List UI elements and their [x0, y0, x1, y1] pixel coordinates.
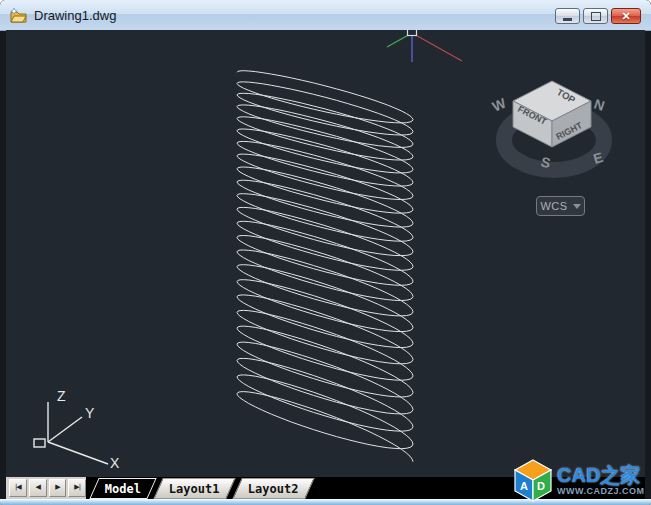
model-canvas[interactable]: N TOP FRONT RIGHT W S E Z Y X: [6, 30, 645, 477]
compass-west-label[interactable]: W: [490, 94, 509, 114]
dwg-file-icon[interactable]: [9, 7, 28, 24]
watermark-cube-letter-d: D: [537, 480, 545, 492]
tab-layout1[interactable]: Layout1: [153, 478, 235, 499]
tripod-x-axis: [412, 33, 462, 61]
tab-model-label: Model: [105, 482, 141, 496]
maximize-button[interactable]: [583, 8, 608, 24]
ucs-origin-box: [34, 439, 45, 447]
maximize-icon: [591, 12, 601, 21]
ucs-x-axis: [48, 442, 108, 464]
close-button[interactable]: ✕: [611, 8, 641, 24]
app-window: Drawing1.dwg ✕ N TOP FRONT: [0, 0, 651, 505]
compass-north-label[interactable]: N: [592, 96, 607, 114]
tripod-origin-box: [408, 30, 417, 36]
previous-tab-button[interactable]: ◀: [29, 479, 47, 497]
tab-layout2[interactable]: Layout2: [232, 478, 314, 499]
tab-nav-buttons: |◀ ◀ ▶ ▶|: [6, 477, 86, 499]
watermark-title: CAD之家: [557, 465, 645, 485]
watermark-site-url: WWW.CADZJ.COM: [557, 486, 645, 496]
wcs-label: WCS: [540, 200, 567, 212]
first-tab-button[interactable]: |◀: [9, 479, 27, 497]
chevron-down-icon: [573, 204, 581, 209]
ucs-icon: Z Y X: [34, 388, 120, 471]
minimize-button[interactable]: [555, 8, 580, 24]
watermark-cube-icon: A D: [513, 458, 553, 503]
window-title: Drawing1.dwg: [34, 8, 116, 23]
watermark-logo: A D CAD之家 WWW.CADZJ.COM: [513, 457, 649, 504]
watermark-cube-letter-a: A: [520, 480, 528, 492]
wcs-dropdown-button[interactable]: WCS: [536, 196, 585, 216]
top-axis-tripod: [387, 30, 462, 62]
tab-model[interactable]: Model: [89, 478, 156, 499]
last-tab-button[interactable]: ▶|: [68, 479, 86, 497]
next-tab-button[interactable]: ▶: [49, 479, 67, 497]
title-bar: Drawing1.dwg ✕: [0, 0, 651, 31]
close-icon: ✕: [621, 11, 630, 22]
ucs-x-label: X: [110, 455, 120, 471]
viewcube[interactable]: TOP FRONT RIGHT: [513, 81, 591, 147]
tab-layout2-label: Layout2: [248, 482, 299, 496]
ucs-y-axis: [48, 417, 82, 442]
tab-layout1-label: Layout1: [169, 482, 220, 496]
ucs-z-label: Z: [57, 388, 66, 404]
ucs-y-label: Y: [85, 405, 95, 421]
helix-wireframe[interactable]: [237, 71, 413, 462]
minimize-icon: [563, 18, 572, 21]
